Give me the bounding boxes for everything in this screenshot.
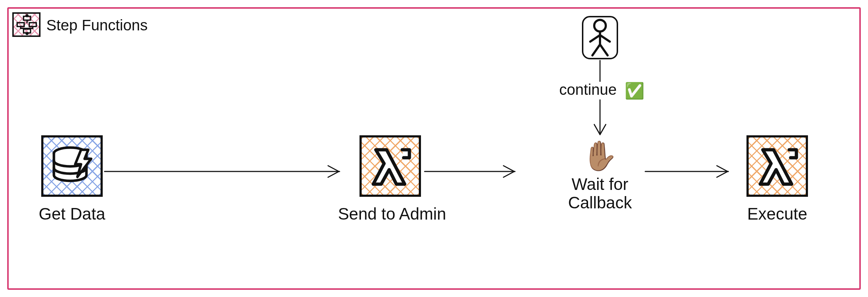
person-icon: [584, 18, 616, 58]
svg-line-13: [592, 44, 600, 55]
arrow-get-to-send: [105, 164, 350, 179]
check-icon: ✅: [625, 81, 644, 100]
svg-point-5: [26, 33, 28, 34]
hand-icon: ✋🏽: [582, 139, 618, 173]
arrow-continue-to-wait: [586, 100, 614, 140]
database-icon: [43, 137, 101, 195]
label-send-admin: Send to Admin: [334, 204, 450, 224]
frame-title: Step Functions: [46, 17, 148, 34]
label-continue: continue ✅: [540, 81, 663, 100]
wait-line1: Wait for: [572, 175, 629, 194]
svg-point-9: [594, 20, 606, 31]
continue-text: continue: [559, 81, 617, 98]
line-actor-to-continue: [598, 60, 602, 82]
wait-line2: Callback: [568, 193, 632, 212]
arrow-send-to-wait: [425, 164, 526, 179]
label-wait-callback: Wait for Callback: [558, 175, 642, 212]
label-get-data: Get Data: [34, 204, 110, 224]
svg-line-14: [600, 44, 608, 55]
actor-user: [582, 16, 618, 59]
svg-line-11: [590, 35, 600, 42]
node-execute: [746, 135, 808, 197]
arrow-wait-to-execute: [645, 164, 739, 179]
svg-point-4: [26, 15, 28, 17]
label-execute: Execute: [743, 204, 812, 224]
node-get-data: [41, 135, 103, 197]
step-functions-icon: [12, 12, 41, 37]
lambda-icon: [749, 137, 806, 195]
step-functions-frame: Step Functions Get Data: [7, 7, 861, 290]
node-send-admin: [359, 135, 421, 197]
svg-line-12: [600, 35, 610, 42]
lambda-icon: [362, 137, 419, 195]
